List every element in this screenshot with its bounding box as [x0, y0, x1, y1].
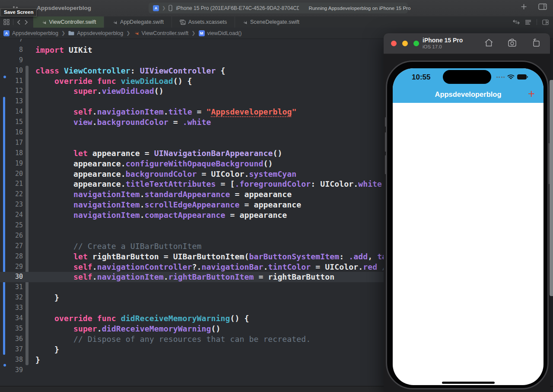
line-number[interactable]: 11: [0, 76, 23, 86]
tab-scenedelegate-swift[interactable]: SceneDelegate.swift: [235, 16, 306, 28]
line-number[interactable]: 33: [0, 303, 23, 313]
iphone-bezel: 10:55: [386, 61, 549, 389]
line-number[interactable]: 29: [0, 262, 23, 272]
line-number[interactable]: 28: [0, 252, 23, 262]
tab-label: ViewController.swift: [49, 19, 96, 25]
swift-file-icon: [112, 19, 118, 25]
line-number[interactable]: 27: [0, 241, 23, 252]
code-text: [23, 127, 35, 138]
code-text: self.navigationItem.rightBarButtonItem =…: [23, 272, 334, 282]
line-number[interactable]: 16: [0, 127, 23, 138]
line-number[interactable]: 21: [0, 179, 23, 189]
simulator-os-version: iOS 17.0: [423, 44, 442, 49]
activity-status: Running Appsdeveloperblog on iPhone 15 P…: [308, 6, 410, 11]
line-number[interactable]: 13: [0, 96, 23, 107]
line-number[interactable]: 36: [0, 334, 23, 344]
breadcrumb-group[interactable]: Appsdeveloperblog: [68, 30, 123, 36]
line-number[interactable]: 7: [0, 39, 23, 45]
close-button[interactable]: [391, 41, 397, 46]
breadcrumb-separator: ❯: [126, 30, 130, 36]
line-number[interactable]: 23: [0, 200, 23, 210]
breadcrumb-project[interactable]: A Appsdeveloperblog: [3, 30, 58, 36]
code-text: navigationItem.scrollEdgeAppearance = ap…: [23, 200, 301, 210]
code-text: }: [23, 344, 59, 355]
screenshot-icon[interactable]: [507, 38, 518, 47]
line-number[interactable]: 35: [0, 324, 23, 334]
line-number[interactable]: 26: [0, 231, 23, 241]
swift-icon: [133, 30, 139, 36]
add-bar-button[interactable]: +: [528, 87, 535, 100]
rotate-icon[interactable]: [531, 38, 540, 47]
code-text: [23, 303, 35, 313]
tooltip: Save Screen: [0, 8, 37, 16]
forward-button[interactable]: [24, 19, 28, 25]
simulator-window[interactable]: iPhone 15 Pro iOS 17.0: [384, 33, 550, 392]
home-icon[interactable]: [484, 38, 493, 47]
tab-label: Assets.xcassets: [188, 19, 227, 25]
code-text: super.viewDidLoad(): [23, 86, 164, 96]
tab-assets-xcassets[interactable]: Assets.xcassets: [172, 16, 235, 28]
code-text: [23, 365, 35, 376]
code-text: }: [23, 293, 59, 303]
code-text: self.navigationController?.navigationBar…: [23, 262, 387, 272]
line-number[interactable]: 24: [0, 210, 23, 220]
line-number[interactable]: 10: [0, 66, 23, 76]
swift-file-icon: [41, 19, 47, 25]
line-number[interactable]: 8: [0, 45, 23, 55]
volume-down-button: [385, 155, 386, 174]
tab-appdelegate-swift[interactable]: AppDelegate.swift: [104, 16, 172, 28]
add-editor-icon[interactable]: [542, 19, 549, 25]
battery-icon: [517, 74, 528, 80]
line-number[interactable]: 34: [0, 313, 23, 324]
line-number[interactable]: 20: [0, 169, 23, 179]
line-number[interactable]: 12: [0, 86, 23, 96]
code-text: // Dispose of any resources that can be …: [23, 334, 311, 344]
line-number[interactable]: 14: [0, 107, 23, 117]
line-number[interactable]: 19: [0, 159, 23, 169]
breadcrumb-method[interactable]: M viewDidLoad(): [199, 30, 242, 36]
line-number[interactable]: 30: [0, 272, 23, 282]
run-destination-bar[interactable]: A ❯ iPhone 15 Pro (201EAF6B-E74C-4526-9D…: [149, 3, 408, 13]
window-scrollbar[interactable]: [550, 80, 553, 296]
title-bar: Appsdeveloperblog A ❯ iPhone 15 Pro (201…: [0, 0, 553, 17]
line-number[interactable]: 25: [0, 220, 23, 231]
inspector-toggle-icon[interactable]: [538, 3, 547, 10]
window-title: Appsdeveloperblog: [37, 5, 91, 11]
line-number[interactable]: 37: [0, 344, 23, 355]
code-text: [23, 138, 35, 148]
line-number[interactable]: 38: [0, 355, 23, 365]
tab-viewcontroller-swift[interactable]: ViewController.swift: [33, 16, 104, 28]
code-text: self.navigationItem.title = "Appsdevelop…: [23, 107, 296, 117]
line-number[interactable]: 9: [0, 55, 23, 66]
add-button[interactable]: [521, 3, 527, 10]
line-number[interactable]: 39: [0, 365, 23, 376]
tab-label: SceneDelegate.swift: [250, 19, 299, 25]
breadcrumb-separator: ❯: [61, 30, 65, 36]
tab-label: AppDelegate.swift: [120, 19, 164, 25]
iphone-screen[interactable]: 10:55: [393, 68, 543, 385]
editor-layout-icon[interactable]: [3, 19, 10, 25]
volume-up-button: [385, 132, 386, 152]
line-number[interactable]: 31: [0, 282, 23, 293]
code-text: appearance.titleTextAttributes = [.foreg…: [23, 179, 382, 189]
code-text: view.backgroundColor = .white: [23, 117, 211, 127]
code-review-icon[interactable]: [513, 19, 520, 25]
zoom-button[interactable]: [413, 41, 419, 46]
line-number[interactable]: 22: [0, 189, 23, 200]
line-number[interactable]: 18: [0, 148, 23, 159]
back-button[interactable]: [17, 19, 21, 25]
dynamic-island: [443, 70, 491, 84]
swift-file-icon: [242, 19, 248, 25]
breadcrumb-file[interactable]: ViewController.swift: [133, 30, 189, 36]
line-number[interactable]: 32: [0, 293, 23, 303]
minimize-button[interactable]: [402, 41, 408, 46]
destination-label[interactable]: iPhone 15 Pro (201EAF6B-E74C-4526-9DA2-8…: [176, 5, 299, 11]
code-text: appearance.configureWithOpaqueBackground…: [23, 159, 273, 169]
app-header: 10:55: [393, 68, 543, 103]
divider: [537, 19, 537, 25]
line-number[interactable]: 17: [0, 138, 23, 148]
simulator-title-bar[interactable]: iPhone 15 Pro iOS 17.0: [384, 33, 550, 54]
line-number[interactable]: 15: [0, 117, 23, 127]
adjust-editor-icon[interactable]: [525, 19, 531, 25]
code-text: let rightBarButton = UIBarButtonItem(bar…: [23, 252, 387, 262]
